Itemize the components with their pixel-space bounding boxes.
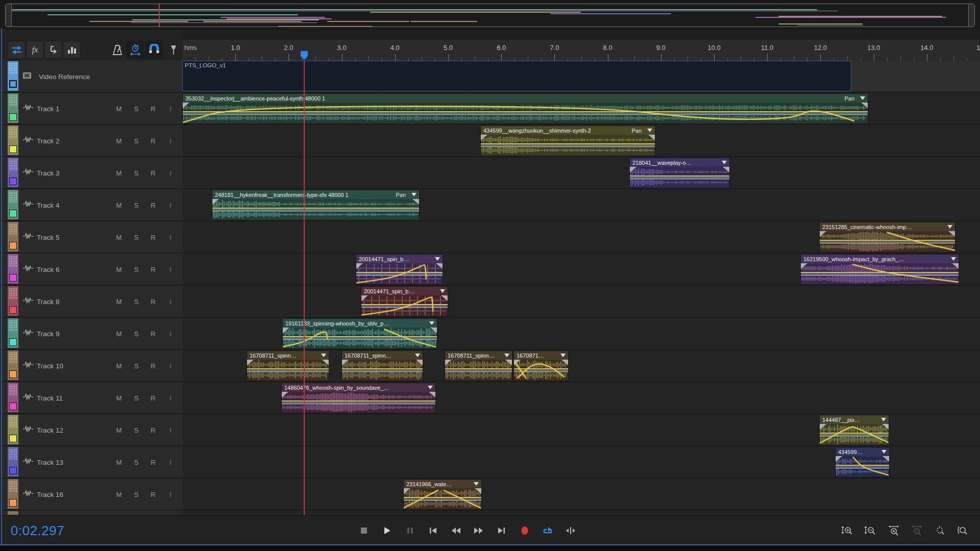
clip-title-bar[interactable]: 248181__hykenfreak__transformers-type-sf… bbox=[212, 190, 419, 199]
clip-wave-area[interactable] bbox=[342, 360, 423, 381]
track-color-strip[interactable] bbox=[8, 350, 18, 380]
zoom-to-selection-button[interactable] bbox=[931, 522, 948, 539]
loop-playback-button[interactable] bbox=[539, 522, 556, 539]
audio-clip[interactable]: 434599__wangzhuokun__shimmer-synth-2Pan bbox=[480, 126, 655, 156]
track-solo-button[interactable]: S bbox=[134, 265, 139, 273]
audio-clip[interactable]: 23141966_wate… bbox=[403, 479, 482, 510]
track-name[interactable]: Track 12 bbox=[37, 426, 63, 434]
track-color-strip[interactable] bbox=[8, 126, 18, 155]
clip-title-bar[interactable]: 16708711_spinn… bbox=[247, 351, 329, 360]
pause-button[interactable] bbox=[401, 522, 419, 539]
track-monitor-button[interactable]: I bbox=[169, 201, 172, 209]
stop-button[interactable] bbox=[355, 522, 373, 539]
audio-clip[interactable]: 19161183_spinning-whoosh_by_sblv_p… bbox=[282, 318, 437, 349]
metronome-toggle-button[interactable] bbox=[108, 41, 126, 59]
clip-pan-label[interactable]: Pan bbox=[631, 128, 642, 134]
clip-title-bar[interactable]: 16708711_spinn… bbox=[445, 351, 512, 360]
track-name[interactable]: Track 4 bbox=[37, 201, 60, 209]
track-swatch[interactable] bbox=[9, 274, 17, 282]
track-color-strip[interactable] bbox=[8, 61, 18, 91]
track-record-arm-button[interactable]: R bbox=[151, 233, 155, 241]
track-mute-button[interactable]: M bbox=[116, 105, 122, 112]
clip-dropdown-caret[interactable] bbox=[428, 386, 433, 389]
track-name[interactable]: Track 10 bbox=[37, 362, 63, 369]
track-lane[interactable]: 353032__inspectorj__ambience-peaceful-sy… bbox=[182, 93, 980, 125]
track-name[interactable]: Track 9 bbox=[37, 330, 60, 337]
track-record-arm-button[interactable]: R bbox=[151, 426, 155, 434]
track-record-arm-button[interactable]: R bbox=[151, 137, 155, 144]
track-name[interactable]: Track 11 bbox=[37, 394, 63, 402]
track-swatch[interactable] bbox=[9, 80, 17, 88]
track-lane[interactable]: 218041__waveplay-o… bbox=[182, 157, 980, 189]
fade-out-handle[interactable] bbox=[883, 456, 889, 462]
track-solo-button[interactable]: S bbox=[134, 137, 139, 144]
track-solo-button[interactable]: S bbox=[134, 169, 139, 177]
fade-in-handle[interactable] bbox=[404, 488, 410, 494]
zoom-out-amplitude-button[interactable] bbox=[862, 522, 879, 539]
track-monitor-button[interactable]: I bbox=[169, 394, 172, 402]
track-lane[interactable]: 19161183_spinning-whoosh_by_sblv_p… bbox=[182, 318, 980, 350]
track-solo-button[interactable]: S bbox=[134, 458, 139, 466]
track-header[interactable]: Track 16MSRI bbox=[0, 479, 182, 511]
track-mute-button[interactable]: M bbox=[116, 265, 122, 273]
clip-dropdown-caret[interactable] bbox=[440, 289, 445, 293]
track-lane[interactable]: 23141966_wate… bbox=[182, 479, 980, 511]
clip-dropdown-caret[interactable] bbox=[951, 257, 956, 261]
track-lane[interactable]: 23151285_cinematic-whoosh-imp… bbox=[182, 221, 980, 254]
track-swatch[interactable] bbox=[9, 178, 17, 185]
rewind-button[interactable] bbox=[447, 522, 464, 539]
audio-clip[interactable]: 20014471_spin_b… bbox=[356, 254, 443, 285]
track-lane[interactable]: 20014471_spin_b…16219500_whoosh-impact_b… bbox=[182, 254, 980, 286]
audio-clip[interactable]: 353032__inspectorj__ambience-peaceful-sy… bbox=[182, 93, 868, 124]
track-monitor-button[interactable]: I bbox=[169, 458, 172, 466]
track-swatch[interactable] bbox=[9, 338, 17, 346]
fade-out-handle[interactable] bbox=[505, 360, 512, 365]
track-solo-button[interactable]: S bbox=[134, 490, 139, 498]
clip-wave-area[interactable] bbox=[404, 488, 481, 509]
track-color-strip[interactable] bbox=[8, 415, 18, 444]
track-header[interactable]: Track 11MSRI bbox=[0, 382, 182, 414]
clip-stretching-toggle-button[interactable] bbox=[126, 41, 144, 59]
track-record-arm-button[interactable]: R bbox=[151, 458, 155, 466]
fade-in-handle[interactable] bbox=[481, 135, 487, 140]
track-color-strip[interactable] bbox=[8, 93, 18, 123]
track-name[interactable]: Track 2 bbox=[37, 137, 60, 144]
track-mute-button[interactable]: M bbox=[116, 330, 122, 337]
clip-pan-label[interactable]: Pan bbox=[396, 192, 406, 198]
fade-out-handle[interactable] bbox=[861, 103, 868, 108]
fade-out-handle[interactable] bbox=[322, 360, 329, 365]
fade-in-handle[interactable] bbox=[282, 392, 288, 397]
track-swatch[interactable] bbox=[9, 370, 17, 378]
fade-out-handle[interactable] bbox=[648, 135, 655, 140]
clip-wave-area[interactable] bbox=[514, 360, 568, 381]
clip-wave-area[interactable] bbox=[445, 360, 512, 381]
track-header[interactable]: Track 9MSRI bbox=[0, 318, 182, 350]
track-swatch[interactable] bbox=[9, 210, 17, 217]
clip-title-bar[interactable]: 16708711_spinn… bbox=[342, 351, 423, 360]
fade-out-handle[interactable] bbox=[429, 392, 435, 397]
track-record-arm-button[interactable]: R bbox=[151, 297, 155, 305]
clip-wave-area[interactable] bbox=[247, 360, 329, 381]
playhead-marker[interactable] bbox=[300, 51, 308, 61]
track-mute-button[interactable]: M bbox=[116, 201, 122, 209]
track-swatch[interactable] bbox=[9, 403, 17, 410]
track-monitor-button[interactable]: I bbox=[169, 330, 172, 337]
track-lane[interactable]: 144487__pix… bbox=[182, 414, 980, 446]
track-name[interactable]: Track 16 bbox=[37, 490, 63, 498]
fast-forward-button[interactable] bbox=[470, 522, 487, 539]
track-color-strip[interactable] bbox=[8, 254, 18, 284]
fade-out-handle[interactable] bbox=[475, 488, 481, 494]
track-color-strip[interactable] bbox=[8, 286, 18, 316]
track-monitor-button[interactable]: I bbox=[169, 169, 172, 177]
clip-title-bar[interactable]: 20014471_spin_b… bbox=[361, 287, 448, 295]
track-lane[interactable]: 434599… bbox=[182, 446, 980, 479]
io-toggle-button[interactable] bbox=[8, 41, 26, 59]
track-color-strip[interactable] bbox=[8, 318, 18, 348]
track-swatch[interactable] bbox=[9, 435, 17, 442]
fade-in-handle[interactable] bbox=[820, 424, 826, 430]
clip-wave-area[interactable] bbox=[481, 135, 655, 156]
track-solo-button[interactable]: S bbox=[134, 201, 139, 209]
fade-out-handle[interactable] bbox=[430, 328, 437, 333]
marker-button[interactable] bbox=[164, 41, 182, 59]
track-header[interactable]: Track 3MSRI bbox=[0, 157, 182, 189]
